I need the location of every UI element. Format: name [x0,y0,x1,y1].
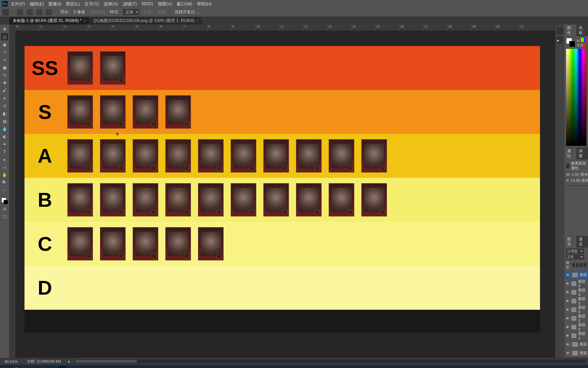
layer-row[interactable]: 👁图层 [565,271,588,279]
tab-properties[interactable]: 属性 [565,148,576,159]
layer-thumbnail[interactable] [572,272,578,278]
color-swatches[interactable] [1,197,8,204]
zoom-tool-icon[interactable]: 🔍 [1,179,8,186]
hand-tool-icon[interactable]: ✋ [1,171,8,178]
document-tab-1[interactable]: 未标题-1 @ 80.5% (图层 31, RGB/8) * × [9,17,89,25]
character-portrait[interactable] [67,51,93,85]
tier-row-d[interactable]: D [24,266,540,310]
tier-row-ss[interactable]: SS [24,46,540,90]
selection-subtract-icon[interactable] [36,9,42,15]
layers-list[interactable]: 👁图层👁图层 3👁图层 3👁图层 3👁图层 3👁图层 2👁图层 2👁图层 2👁图… [565,271,588,358]
visibility-icon[interactable]: 👁 [566,290,569,294]
character-portrait[interactable] [165,95,191,129]
character-portrait[interactable] [165,227,191,260]
character-portrait[interactable] [296,139,322,172]
prop-x-value[interactable]: 14.68 厘米 [571,178,588,182]
layer-name[interactable]: 图层 2 [578,323,587,331]
layer-name[interactable]: 图层 3 [578,279,587,288]
character-portrait[interactable] [198,183,224,216]
character-portrait[interactable] [165,139,191,172]
history-panel-icon[interactable] [557,28,563,34]
horizontal-ruler[interactable]: 0123456789101112131415161718192021 [15,25,555,31]
visibility-icon[interactable]: 👁 [566,342,570,347]
layer-row[interactable]: 👁图层 3 [565,305,588,314]
color-picker[interactable] [566,49,586,146]
canvas-viewport[interactable]: SSSABCD + [15,31,555,358]
layer-name[interactable]: 图层 [580,273,587,277]
blur-tool-icon[interactable]: 💧 [1,125,8,132]
hue-slider[interactable] [581,38,586,42]
layer-name[interactable]: 图层 [580,342,587,347]
character-portrait[interactable] [133,95,158,129]
search-icon[interactable]: 🔍 [13,366,21,368]
close-icon[interactable]: × [84,19,86,23]
character-portrait[interactable] [263,139,289,172]
layer-thumbnail[interactable] [571,333,577,339]
path-select-tool-icon[interactable]: ▸ [1,156,8,163]
move-tool-icon[interactable]: ✥ [1,26,8,33]
lock-position-icon[interactable] [576,263,579,267]
document-tab-2[interactable]: QQ截图20230322195106.png @ 100% (图层 1, RGB… [90,17,202,25]
tier-row-b[interactable]: B [24,178,540,222]
scroll-thumb[interactable] [76,360,137,363]
feather-value[interactable]: 0 像素 [74,9,85,15]
layer-thumbnail[interactable] [571,298,577,304]
visibility-icon[interactable]: 👁 [566,308,569,312]
background-swatch[interactable] [4,200,8,204]
layer-thumbnail[interactable] [571,290,577,295]
shape-tool-icon[interactable]: ▭ [1,164,8,171]
character-portrait[interactable] [100,51,126,85]
lock-pixels-icon[interactable] [572,263,575,267]
lock-artboard-icon[interactable] [584,263,586,267]
layer-thumbnail[interactable] [572,350,578,356]
healing-tool-icon[interactable]: ✚ [1,79,8,86]
tab-color[interactable]: 颜色 [565,25,576,36]
pen-tool-icon[interactable]: ✒ [1,141,8,148]
layer-row[interactable]: 👁图层 3 [565,297,588,305]
character-portrait[interactable] [198,227,224,260]
character-portrait[interactable] [133,183,158,216]
menu-edit[interactable]: 编辑(E) [30,1,44,7]
layer-thumbnail[interactable] [572,342,578,347]
menu-select[interactable]: 选择(S) [104,1,118,7]
frame-tool-icon[interactable]: ▣ [1,64,8,71]
tier-row-c[interactable]: C [24,222,540,266]
menu-file[interactable]: 文件(F) [11,1,25,7]
selection-intersect-icon[interactable] [46,9,52,15]
character-portrait[interactable] [133,227,158,260]
character-portrait[interactable] [165,183,191,216]
quick-select-tool-icon[interactable]: ✧ [1,49,8,56]
visibility-icon[interactable]: 👁 [566,282,569,286]
layer-kind-filter[interactable]: Q 类型 [566,249,584,254]
tab-adjustments[interactable]: 调整 [576,148,588,159]
menu-window[interactable]: 窗口(W) [177,1,192,7]
layer-thumbnail[interactable] [571,281,577,286]
layer-name[interactable]: 图层 [580,351,587,355]
layer-row[interactable]: 👁图层 3 [565,279,588,288]
menu-view[interactable]: 视图(V) [158,1,172,7]
tab-layers[interactable]: 图层 [565,236,576,248]
tier-row-s[interactable]: S [24,90,540,134]
chevron-right-icon[interactable]: ▸ [68,359,70,364]
tool-preset[interactable] [3,9,9,15]
app-icon[interactable]: ◆ [47,366,55,368]
menu-type[interactable]: 文字(Y) [84,1,99,7]
menu-3d[interactable]: 3D(D) [141,1,153,6]
zoom-level[interactable]: 80.51% [3,359,20,364]
stamp-tool-icon[interactable]: ⎈ [1,95,8,102]
layer-name[interactable]: 图层 3 [578,297,587,305]
character-portrait[interactable] [329,183,354,216]
layer-thumbnail[interactable] [571,307,577,313]
lasso-tool-icon[interactable]: ◉ [1,41,8,48]
eyedropper-tool-icon[interactable]: ✎ [1,72,8,79]
visibility-icon[interactable]: 👁 [566,299,569,303]
h-scrollbar[interactable] [75,360,585,363]
character-portrait[interactable] [100,183,126,216]
visibility-icon[interactable]: 👁 [566,316,569,320]
crop-tool-icon[interactable]: ✂ [1,56,8,63]
document[interactable]: SSSABCD [24,46,540,333]
layer-thumbnail[interactable] [571,324,577,330]
layer-name[interactable]: 图层 3 [578,305,587,314]
visibility-icon[interactable]: 👁 [566,334,569,338]
panel-expand-icon[interactable]: ▸ [557,37,563,43]
